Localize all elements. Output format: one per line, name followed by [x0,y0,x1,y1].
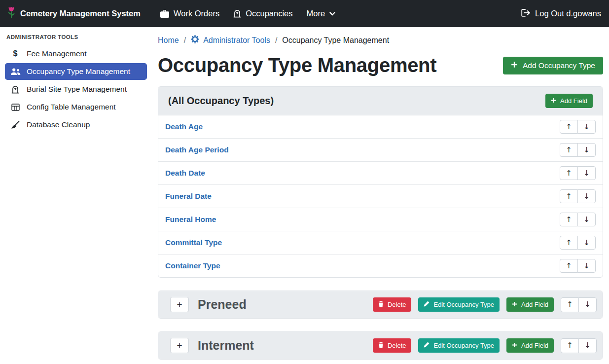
add-field-button[interactable]: Add Field [545,94,593,108]
breadcrumb-home[interactable]: Home [158,36,179,45]
broom-icon [10,121,21,129]
delete-button[interactable]: Delete [373,297,412,312]
breadcrumb-separator: / [275,36,277,45]
sidebar-item-label: Burial Site Type Management [27,85,127,94]
field-link[interactable]: Death Date [165,169,205,178]
trash-icon [378,342,384,350]
delete-button[interactable]: Delete [373,338,412,353]
occupancy-type-actions: Delete Edit Occupancy Type Add Field [373,338,597,353]
trash-icon [378,301,384,309]
expand-button[interactable]: + [170,297,189,312]
move-up-button[interactable]: ↑ [560,259,578,273]
field-row: Container Type ↑ ↓ [158,255,603,277]
field-link[interactable]: Container Type [165,261,220,270]
move-down-button[interactable]: ↓ [577,143,596,157]
edit-occupancy-type-label: Edit Occupancy Type [433,342,494,349]
arrow-up-icon: ↑ [567,342,573,349]
arrow-up-icon: ↑ [566,170,572,177]
brand-label: Cemetery Management System [20,9,141,18]
arrow-up-icon: ↑ [566,262,572,270]
reorder-buttons: ↑ ↓ [560,189,596,203]
move-down-button[interactable]: ↓ [578,297,597,312]
move-up-button[interactable]: ↑ [560,189,578,203]
move-up-button[interactable]: ↑ [561,297,579,312]
sidebar-item-label: Config Table Management [27,103,116,111]
move-up-button[interactable]: ↑ [561,338,579,353]
nav-work-orders[interactable]: Work Orders [153,4,226,23]
edit-occupancy-type-button[interactable]: Edit Occupancy Type [418,338,500,353]
move-down-button[interactable]: ↓ [577,189,596,203]
title-row: Occupancy Type Management Add Occupancy … [158,54,603,76]
users-icon [10,68,21,75]
top-navbar: Cemetery Management System Work Orders O… [0,0,609,27]
sidebar-item-fee-management[interactable]: $ Fee Management [5,45,147,62]
pencil-icon [424,301,430,308]
sidebar: Administrator Tools $ Fee Management Occ… [0,27,152,364]
field-link[interactable]: Death Age Period [165,146,229,154]
sidebar-item-occupancy-type-management[interactable]: Occupancy Type Management [5,63,147,80]
move-down-button[interactable]: ↓ [577,166,596,180]
sidebar-item-config-table-management[interactable]: Config Table Management [5,99,147,115]
reorder-buttons: ↑ ↓ [560,213,596,226]
delete-label: Delete [388,342,406,349]
all-occupancy-types-card: (All Occupancy Types) Add Field Death Ag… [158,86,603,278]
arrow-up-icon: ↑ [566,216,572,223]
all-occupancy-types-title: (All Occupancy Types) [168,95,274,107]
breadcrumb-administrator-tools[interactable]: Administrator Tools [191,35,270,45]
occupancy-type-title: Interment [198,338,364,353]
occupancy-type-title: Preneed [198,297,364,312]
move-down-button[interactable]: ↓ [577,213,596,226]
headstone-icon [10,85,21,94]
edit-occupancy-type-label: Edit Occupancy Type [433,301,494,308]
field-row: Committal Type ↑ ↓ [158,231,603,255]
breadcrumb-separator: / [184,36,186,45]
nav-logout[interactable]: Log Out d.gowans [520,4,602,23]
add-field-button[interactable]: Add Field [506,338,554,353]
move-down-button[interactable]: ↓ [577,120,596,134]
reorder-buttons: ↑ ↓ [560,120,596,134]
sidebar-item-database-cleanup[interactable]: Database Cleanup [5,116,147,133]
arrow-up-icon: ↑ [566,123,572,131]
brand[interactable]: Cemetery Management System [7,5,141,22]
field-link[interactable]: Funeral Date [165,192,212,201]
flower-icon [7,5,16,22]
pencil-icon [424,342,430,349]
move-up-button[interactable]: ↑ [560,120,578,134]
arrow-down-icon: ↓ [584,301,591,308]
move-up-button[interactable]: ↑ [560,236,578,250]
field-link[interactable]: Committal Type [165,238,222,247]
sidebar-item-burial-site-type-management[interactable]: Burial Site Type Management [5,81,147,98]
nav-more[interactable]: More [300,4,343,23]
arrow-down-icon: ↓ [584,342,591,349]
toolbox-icon [160,10,169,18]
field-row: Death Age Period ↑ ↓ [158,139,603,162]
sidebar-heading: Administrator Tools [0,29,152,44]
move-up-button[interactable]: ↑ [560,166,578,180]
add-occupancy-type-button[interactable]: Add Occupancy Type [503,57,603,74]
nav-occupancies[interactable]: Occupancies [226,4,299,23]
plus-icon [512,301,517,308]
move-up-button[interactable]: ↑ [560,143,578,157]
page-layout: Administrator Tools $ Fee Management Occ… [0,27,609,364]
move-down-button[interactable]: ↓ [577,259,596,273]
plus-icon [511,61,518,70]
move-up-button[interactable]: ↑ [560,213,578,226]
occupancy-type-header: + Interment Delete Edit Occupancy Type [158,332,603,359]
occupancy-type-actions: Delete Edit Occupancy Type Add Field [373,297,597,312]
plus-icon [551,97,556,105]
arrow-down-icon: ↓ [583,216,590,223]
add-field-button[interactable]: Add Field [506,297,554,312]
move-down-button[interactable]: ↓ [578,338,597,353]
edit-occupancy-type-button[interactable]: Edit Occupancy Type [418,297,500,312]
move-down-button[interactable]: ↓ [577,236,596,250]
sidebar-item-label: Database Cleanup [27,120,90,129]
nav-work-orders-label: Work Orders [174,9,219,18]
field-row: Funeral Date ↑ ↓ [158,185,603,208]
expand-button[interactable]: + [170,338,189,353]
field-link[interactable]: Funeral Home [165,215,216,224]
chevron-down-icon [329,12,335,16]
add-field-label: Add Field [560,97,587,105]
field-link[interactable]: Death Age [165,122,203,131]
add-field-label: Add Field [521,301,548,308]
gear-icon [191,35,199,45]
